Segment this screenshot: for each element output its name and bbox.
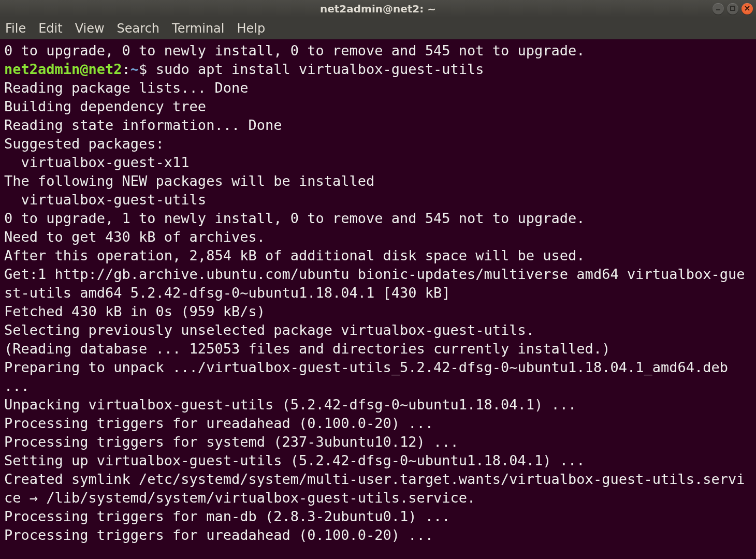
minimize-icon bbox=[715, 5, 721, 13]
terminal-output-line: (Reading database ... 125053 files and d… bbox=[4, 340, 752, 358]
terminal-output-line: Get:1 http://gb.archive.ubuntu.com/ubunt… bbox=[4, 265, 752, 302]
terminal-output-line: Processing triggers for ureadahead (0.10… bbox=[4, 414, 752, 433]
terminal-output-line: Reading package lists... Done bbox=[4, 79, 752, 97]
menu-terminal[interactable]: Terminal bbox=[172, 21, 224, 36]
terminal-output-line: Selecting previously unselected package … bbox=[4, 321, 752, 340]
terminal-window: net2admin@net2: ~ File Edit View Searc bbox=[0, 0, 756, 559]
terminal-command: sudo apt install virtualbox-guest-utils bbox=[156, 61, 484, 77]
terminal-output-line: After this operation, 2,854 kB of additi… bbox=[4, 246, 752, 265]
terminal-output-line: Processing triggers for ureadahead (0.10… bbox=[4, 526, 752, 545]
close-icon bbox=[744, 5, 750, 13]
terminal-output-line: Processing triggers for man-db (2.8.3-2u… bbox=[4, 507, 752, 526]
terminal-output-line: Suggested packages: bbox=[4, 135, 752, 153]
window-titlebar: net2admin@net2: ~ bbox=[0, 0, 756, 18]
prompt-separator: : bbox=[122, 61, 130, 77]
terminal-output-line: Need to get 430 kB of archives. bbox=[4, 228, 752, 246]
terminal-output-line: Unpacking virtualbox-guest-utils (5.2.42… bbox=[4, 395, 752, 414]
menubar: File Edit View Search Terminal Help bbox=[0, 18, 756, 39]
maximize-icon bbox=[730, 5, 736, 13]
minimize-button[interactable] bbox=[713, 3, 724, 14]
svg-rect-1 bbox=[731, 6, 735, 10]
window-title: net2admin@net2: ~ bbox=[320, 3, 436, 15]
prompt-path: ~ bbox=[130, 61, 139, 77]
terminal-output-line: Building dependency tree bbox=[4, 97, 752, 116]
terminal-output-line: Reading state information... Done bbox=[4, 116, 752, 135]
terminal-output-line: 0 to upgrade, 1 to newly install, 0 to r… bbox=[4, 209, 752, 228]
menu-file[interactable]: File bbox=[5, 21, 26, 36]
terminal-body[interactable]: 0 to upgrade, 0 to newly install, 0 to r… bbox=[0, 39, 756, 559]
terminal-output-line: virtualbox-guest-utils bbox=[4, 190, 752, 209]
menu-view[interactable]: View bbox=[75, 21, 105, 36]
terminal-output-line: Preparing to unpack .../virtualbox-guest… bbox=[4, 358, 752, 395]
prompt-symbol: $ bbox=[139, 61, 156, 77]
menu-help[interactable]: Help bbox=[237, 21, 266, 36]
menu-edit[interactable]: Edit bbox=[38, 21, 62, 36]
terminal-output-line: virtualbox-guest-x11 bbox=[4, 153, 752, 172]
terminal-prompt-line: net2admin@net2:~$ sudo apt install virtu… bbox=[4, 60, 752, 79]
terminal-output-line: The following NEW packages will be insta… bbox=[4, 172, 752, 190]
terminal-output-line: 0 to upgrade, 0 to newly install, 0 to r… bbox=[4, 41, 752, 60]
close-button[interactable] bbox=[742, 3, 753, 14]
maximize-button[interactable] bbox=[727, 3, 738, 14]
svg-rect-0 bbox=[716, 9, 720, 10]
prompt-user-host: net2admin@net2 bbox=[4, 61, 122, 77]
terminal-output-line: Fetched 430 kB in 0s (959 kB/s) bbox=[4, 302, 752, 321]
menu-search[interactable]: Search bbox=[117, 21, 159, 36]
terminal-output-line: Created symlink /etc/systemd/system/mult… bbox=[4, 470, 752, 507]
terminal-output-line: Setting up virtualbox-guest-utils (5.2.4… bbox=[4, 451, 752, 470]
window-controls bbox=[713, 3, 753, 14]
terminal-output-line: Processing triggers for systemd (237-3ub… bbox=[4, 433, 752, 451]
